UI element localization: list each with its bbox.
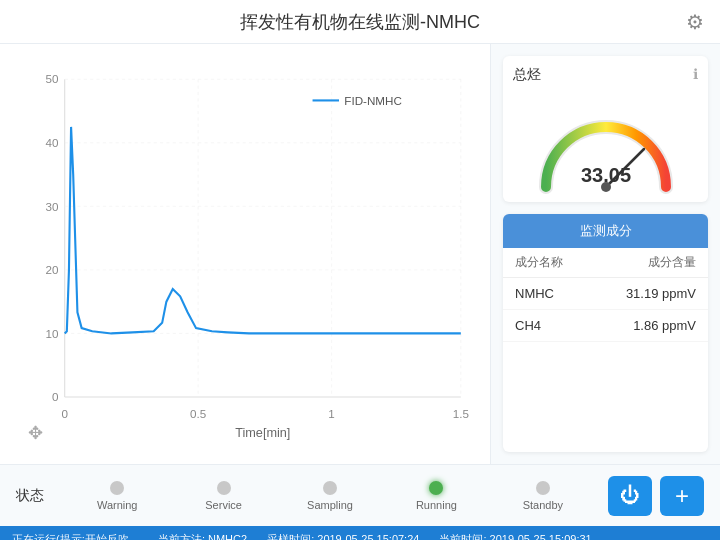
- header: 挥发性有机物在线监测-NMHC ⚙: [0, 0, 720, 44]
- svg-text:0: 0: [52, 390, 59, 403]
- status-item-standby: Standby: [490, 481, 596, 511]
- status-dot-running: [429, 481, 443, 495]
- sample-time: 采样时间: 2019-05-25 15:07:24: [267, 532, 419, 541]
- gauge-wrapper: 33.05: [526, 92, 686, 192]
- chart-container: 50 40 30 20 10 0 0 0.5 1 1.5 Time[min]: [16, 52, 482, 456]
- svg-text:33.05: 33.05: [580, 164, 630, 186]
- gauge-svg: 33.05: [526, 92, 686, 202]
- info-icon[interactable]: ℹ: [693, 66, 698, 82]
- svg-text:0: 0: [61, 407, 68, 420]
- measurements-rows: NMHC31.19 ppmVCH41.86 ppmV: [503, 278, 708, 342]
- status-item-service: Service: [170, 481, 276, 511]
- gauge-title: 总烃: [513, 66, 541, 84]
- component-value: 1.86 ppmV: [606, 318, 697, 333]
- status-label-sampling: Sampling: [307, 499, 353, 511]
- right-panel: 总烃 ℹ: [490, 44, 720, 464]
- gear-icon[interactable]: ⚙: [686, 10, 704, 34]
- chart-svg: 50 40 30 20 10 0 0 0.5 1 1.5 Time[min]: [16, 52, 482, 456]
- svg-text:1: 1: [328, 407, 334, 420]
- col-name-header: 成分名称: [515, 254, 606, 271]
- power-button[interactable]: ⏻: [608, 476, 652, 516]
- drag-icon: ✥: [28, 422, 43, 444]
- status-label-standby: Standby: [523, 499, 563, 511]
- col-headers: 成分名称 成分含量: [503, 248, 708, 278]
- status-label-running: Running: [416, 499, 457, 511]
- status-bar: 状态 WarningServiceSamplingRunningStandby …: [0, 464, 720, 526]
- svg-text:Time[min]: Time[min]: [235, 426, 290, 440]
- measurements-header: 监测成分: [503, 214, 708, 248]
- svg-text:50: 50: [45, 72, 58, 85]
- measurements-card: 监测成分 成分名称 成分含量 NMHC31.19 ppmVCH41.86 ppm…: [503, 214, 708, 452]
- component-name: NMHC: [515, 286, 606, 301]
- status-item-sampling: Sampling: [277, 481, 383, 511]
- svg-text:10: 10: [45, 327, 58, 340]
- svg-text:30: 30: [45, 200, 58, 213]
- svg-text:0.5: 0.5: [190, 407, 206, 420]
- status-dot-service: [217, 481, 231, 495]
- status-dot-sampling: [323, 481, 337, 495]
- component-name: CH4: [515, 318, 606, 333]
- table-row: CH41.86 ppmV: [503, 310, 708, 342]
- status-dot-standby: [536, 481, 550, 495]
- table-row: NMHC31.19 ppmV: [503, 278, 708, 310]
- status-buttons: ⏻ +: [608, 476, 704, 516]
- plus-button[interactable]: +: [660, 476, 704, 516]
- status-item-running: Running: [383, 481, 489, 511]
- current-time: 当前时间: 2019-05-25 15:09:31: [439, 532, 591, 541]
- status-label-service: Service: [205, 499, 242, 511]
- status-label: 状态: [16, 487, 44, 505]
- svg-text:FID-NMHC: FID-NMHC: [344, 94, 402, 107]
- chart-area: 50 40 30 20 10 0 0 0.5 1 1.5 Time[min]: [0, 44, 490, 464]
- method-label: 当前方法: NMHC2: [158, 532, 247, 541]
- running-text: 正在运行(提示:开始反吹...: [12, 532, 138, 541]
- component-value: 31.19 ppmV: [606, 286, 697, 301]
- status-items: WarningServiceSamplingRunningStandby: [64, 481, 596, 511]
- status-item-warning: Warning: [64, 481, 170, 511]
- status-dot-warning: [110, 481, 124, 495]
- page-title: 挥发性有机物在线监测-NMHC: [240, 10, 480, 34]
- svg-text:1.5: 1.5: [453, 407, 469, 420]
- col-value-header: 成分含量: [606, 254, 697, 271]
- svg-text:20: 20: [45, 263, 58, 276]
- main-content: 50 40 30 20 10 0 0 0.5 1 1.5 Time[min]: [0, 44, 720, 464]
- status-label-warning: Warning: [97, 499, 138, 511]
- bottom-bar: 正在运行(提示:开始反吹... 当前方法: NMHC2 采样时间: 2019-0…: [0, 526, 720, 540]
- svg-text:40: 40: [45, 136, 58, 149]
- gauge-card: 总烃 ℹ: [503, 56, 708, 202]
